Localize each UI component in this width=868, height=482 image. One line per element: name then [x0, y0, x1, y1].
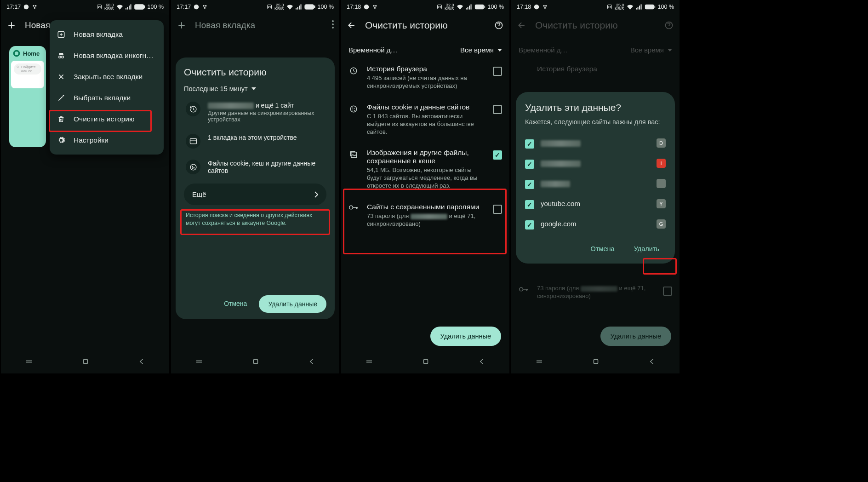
- plus-icon[interactable]: [6, 21, 17, 30]
- help-icon[interactable]: [494, 21, 504, 30]
- info-text: Файлы cookie, кеш и другие данные сайтов: [208, 160, 325, 174]
- menu-label: Очистить историю: [74, 115, 135, 123]
- more-options-button[interactable]: Ещё: [184, 184, 326, 205]
- setting-desc: 4 495 записей (не считая данных на синхр…: [367, 75, 485, 90]
- checkbox[interactable]: [525, 180, 534, 189]
- recents-icon[interactable]: [365, 357, 373, 367]
- back-icon[interactable]: [308, 358, 315, 367]
- nfc-icon: [437, 4, 442, 10]
- time-range-row[interactable]: Временной д… Все время: [347, 40, 504, 58]
- menu-new-tab[interactable]: Новая вкладка: [50, 24, 164, 45]
- svg-point-15: [59, 56, 61, 58]
- back-arrow-icon[interactable]: [347, 21, 357, 30]
- redacted-text: [541, 181, 570, 187]
- recents-icon[interactable]: [195, 357, 203, 367]
- settings-list: Временной д… Все время История браузера: [511, 37, 680, 81]
- dialog-sub: Кажется, следующие сайты важны для вас:: [525, 118, 666, 126]
- home-icon[interactable]: [592, 357, 600, 367]
- data-speed: 25.0KB/S: [274, 3, 284, 11]
- tabs-toolbar: Новая вкладка: [171, 14, 339, 37]
- checkbox[interactable]: [525, 139, 534, 149]
- recents-icon[interactable]: [25, 357, 33, 367]
- cancel-button[interactable]: Отмена: [217, 295, 254, 313]
- checkbox[interactable]: [525, 220, 534, 230]
- setting-passwords[interactable]: Сайты с сохраненными паролями 73 пароля …: [347, 196, 504, 235]
- tab-thumbnail[interactable]: Home Найдите или вв: [9, 46, 46, 147]
- help-icon: [664, 21, 674, 30]
- home-icon[interactable]: [251, 357, 260, 367]
- page-toolbar: Очистить историю: [341, 14, 509, 37]
- wifi-icon: [627, 4, 634, 10]
- checkbox[interactable]: [493, 205, 502, 214]
- android-navbar: [341, 351, 509, 373]
- home-icon[interactable]: [81, 357, 90, 367]
- menu-select-tabs[interactable]: Выбрать вкладки: [50, 87, 164, 109]
- setting-desc: 73 пароля (для и ещё 71, синхронизирован…: [367, 212, 485, 228]
- delete-data-button[interactable]: Удалить данные: [259, 295, 326, 313]
- setting-passwords: 73 пароля (для и ещё 71, синхронизирован…: [517, 278, 674, 307]
- key-icon: [348, 205, 359, 210]
- svg-point-36: [192, 168, 193, 168]
- back-icon[interactable]: [648, 358, 656, 367]
- range-label: Временной д…: [348, 46, 398, 54]
- menu-incognito[interactable]: Новая вкладка инкогн…: [50, 45, 164, 66]
- back-icon[interactable]: [138, 358, 145, 367]
- important-site-row[interactable]: youtube.comY: [525, 194, 666, 214]
- menu-clear-history[interactable]: Очистить историю: [50, 109, 164, 130]
- svg-point-51: [350, 106, 357, 112]
- checkbox[interactable]: [493, 105, 502, 114]
- wifi-icon: [286, 4, 293, 10]
- pencil-icon: [57, 94, 65, 102]
- dialog-cancel-button[interactable]: Отмена: [584, 241, 621, 256]
- svg-point-52: [352, 108, 353, 109]
- range-value: Все время: [460, 46, 494, 54]
- setting-browser-history[interactable]: История браузера 4 495 записей (не счита…: [347, 58, 504, 97]
- back-icon[interactable]: [478, 358, 485, 367]
- svg-point-12: [15, 52, 18, 55]
- svg-point-3: [34, 7, 36, 9]
- important-site-row[interactable]: D: [525, 133, 666, 153]
- time-range-dropdown[interactable]: Последние 15 минут: [184, 85, 326, 92]
- svg-rect-9: [134, 5, 143, 9]
- setting-cookies[interactable]: Файлы cookie и данные сайтов С 1 843 сай…: [347, 97, 504, 143]
- setting-browser-history: История браузера: [517, 58, 674, 81]
- data-speed: 32.0KB/S: [445, 3, 454, 11]
- home-icon[interactable]: [422, 357, 430, 367]
- menu-settings[interactable]: Настройки: [50, 130, 164, 151]
- svg-rect-26: [300, 4, 301, 9]
- recents-icon[interactable]: [535, 357, 543, 367]
- reddit-icon: [363, 4, 370, 10]
- checkbox[interactable]: [493, 67, 502, 76]
- setting-title: История браузера: [367, 65, 485, 73]
- globe-icon: [13, 50, 20, 57]
- plus-icon: [177, 21, 187, 30]
- delete-data-button[interactable]: Удалить данные: [430, 327, 501, 346]
- confirm-delete-dialog: Удалить эти данные? Кажется, следующие с…: [516, 92, 675, 264]
- menu-close-all[interactable]: Закрыть все вкладки: [50, 66, 164, 87]
- setting-desc: 73 пароля (для и ещё 71, синхронизирован…: [537, 285, 655, 300]
- svg-rect-7: [129, 6, 130, 9]
- checkbox[interactable]: [493, 150, 502, 160]
- svg-point-2: [35, 5, 37, 6]
- more-label: Ещё: [192, 190, 206, 198]
- signal-icon: [296, 4, 302, 10]
- cookie-icon: [186, 160, 200, 174]
- important-site-row[interactable]: I: [525, 153, 666, 173]
- new-tab-label[interactable]: Новая: [25, 20, 50, 30]
- dialog-delete-button[interactable]: Удалить: [628, 241, 666, 256]
- important-site-row[interactable]: google.comG: [525, 214, 666, 234]
- svg-point-33: [190, 164, 196, 170]
- svg-point-40: [375, 5, 377, 6]
- checkbox[interactable]: [525, 200, 534, 209]
- favicon: [657, 179, 666, 188]
- checkbox[interactable]: [525, 160, 534, 169]
- battery-percent: 100 %: [148, 4, 164, 10]
- setting-title: Сайты с сохраненными паролями: [367, 203, 485, 211]
- battery-icon: [645, 4, 656, 10]
- range-value: Все время: [630, 46, 664, 54]
- plus-box-icon: [57, 30, 65, 39]
- setting-cached-images[interactable]: Изображения и другие файлы, сохраненные …: [347, 142, 504, 196]
- menu-label: Закрыть все вкладки: [74, 73, 143, 81]
- status-bar: 17:18 32.0KB/S 100 %: [341, 0, 509, 14]
- important-site-row[interactable]: [525, 173, 666, 194]
